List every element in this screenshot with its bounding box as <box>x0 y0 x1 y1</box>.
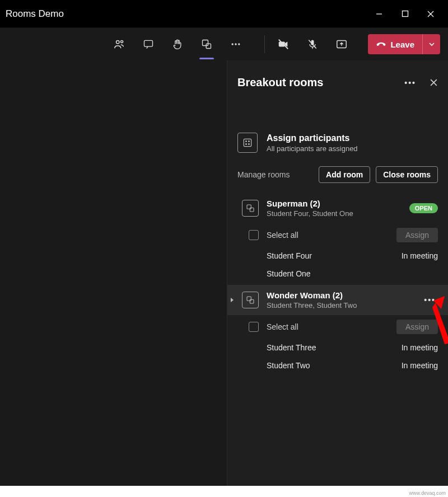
panel-header-actions: ••• <box>402 78 438 87</box>
window-title: Rooms Demo <box>1 8 64 20</box>
room-header[interactable]: Wonder Woman (2) Student Three, Student … <box>227 285 448 315</box>
watermark: www.devaq.com <box>409 490 446 496</box>
select-all-label: Select all <box>267 231 389 240</box>
share-screen-icon[interactable] <box>335 38 348 50</box>
member-status: In meeting <box>402 361 438 370</box>
add-room-button[interactable]: Add room <box>319 166 370 183</box>
more-actions-icon[interactable] <box>230 38 242 50</box>
svg-point-10 <box>235 43 237 45</box>
room-header[interactable]: Superman (2) Student Four, Student One O… <box>227 193 448 223</box>
assign-title: Assign participants <box>267 133 358 143</box>
chat-icon[interactable] <box>142 38 155 50</box>
select-all-checkbox[interactable] <box>249 230 259 240</box>
room-icon <box>242 292 259 308</box>
meeting-toolbar: Leave <box>0 28 448 60</box>
room-icon <box>242 200 259 217</box>
panel-header: Breakout rooms ••• <box>227 60 448 99</box>
manage-rooms-row: Manage rooms Add room Close rooms <box>227 164 448 193</box>
assign-subtitle: All participants are assigned <box>267 144 358 153</box>
breakout-rooms-panel: Breakout rooms ••• Assign participants A… <box>227 60 448 486</box>
room-titles: Superman (2) Student Four, Student One <box>267 199 402 218</box>
room-status-badge: OPEN <box>409 203 438 213</box>
member-name: Student Four <box>267 251 312 260</box>
svg-rect-20 <box>244 139 251 146</box>
panel-title: Breakout rooms <box>237 76 323 89</box>
camera-off-icon[interactable] <box>277 38 290 50</box>
svg-point-11 <box>239 43 240 45</box>
leave-button-main[interactable]: Leave <box>368 34 422 54</box>
svg-point-23 <box>246 144 247 145</box>
room-subtitle: Student Three, Student Two <box>267 301 414 310</box>
toolbar-divider <box>264 35 265 53</box>
people-icon[interactable] <box>113 38 125 50</box>
raise-hand-icon[interactable] <box>171 38 184 50</box>
leave-button[interactable]: Leave <box>368 34 440 54</box>
svg-point-5 <box>121 40 123 43</box>
member-name: Student One <box>267 269 311 278</box>
member-name: Student Three <box>267 343 316 352</box>
svg-rect-27 <box>247 297 251 301</box>
toolbar-left-group <box>113 38 252 50</box>
chevron-down-icon <box>428 41 435 48</box>
svg-rect-6 <box>144 40 153 46</box>
close-rooms-button[interactable]: Close rooms <box>376 166 438 183</box>
window-controls <box>374 9 448 19</box>
member-name: Student Two <box>267 361 310 370</box>
room-item: Wonder Woman (2) Student Three, Student … <box>227 285 448 377</box>
room-name: Superman (2) <box>267 199 402 208</box>
svg-rect-1 <box>402 11 408 17</box>
panel-more-icon[interactable]: ••• <box>402 78 418 87</box>
room-more-icon[interactable]: ••• <box>422 296 438 304</box>
room-member-row[interactable]: Student One <box>227 265 448 283</box>
svg-rect-28 <box>250 299 254 303</box>
svg-rect-26 <box>250 208 254 212</box>
room-subtitle: Student Four, Student One <box>267 209 402 218</box>
svg-rect-8 <box>207 44 211 48</box>
maximize-button[interactable] <box>400 9 410 19</box>
assign-text-group: Assign participants All participants are… <box>267 133 358 153</box>
room-member-row[interactable]: Student Four In meeting <box>227 247 448 265</box>
select-all-row: Select all Assign <box>227 223 448 247</box>
room-titles: Wonder Woman (2) Student Three, Student … <box>267 290 414 310</box>
assign-participants-card[interactable]: Assign participants All participants are… <box>237 133 438 153</box>
room-member-row[interactable]: Student Three In meeting <box>227 339 448 357</box>
room-buttons-group: Add room Close rooms <box>319 166 438 183</box>
assign-participants-icon <box>237 133 258 153</box>
panel-close-icon[interactable] <box>430 78 438 87</box>
minimize-button[interactable] <box>374 9 384 19</box>
titlebar: Rooms Demo <box>0 0 448 28</box>
room-item: Superman (2) Student Four, Student One O… <box>227 193 448 285</box>
assign-button[interactable]: Assign <box>396 320 438 334</box>
breakout-rooms-icon[interactable] <box>200 38 213 50</box>
expand-caret-icon <box>231 298 234 302</box>
toolbar-right-group <box>277 38 358 50</box>
leave-label: Leave <box>390 40 414 49</box>
app-window: Rooms Demo <box>0 0 448 486</box>
meeting-stage <box>0 60 227 486</box>
svg-rect-25 <box>247 205 251 209</box>
svg-point-24 <box>249 144 250 145</box>
svg-point-22 <box>249 141 250 142</box>
svg-rect-7 <box>203 40 208 46</box>
select-all-row: Select all Assign <box>227 315 448 339</box>
select-all-label: Select all <box>267 322 389 331</box>
member-status: In meeting <box>402 251 438 260</box>
svg-point-21 <box>246 141 247 142</box>
hangup-icon <box>376 39 386 49</box>
leave-dropdown-button[interactable] <box>422 34 440 54</box>
select-all-checkbox[interactable] <box>249 322 259 332</box>
member-status: In meeting <box>402 343 438 352</box>
mic-off-icon[interactable] <box>306 38 319 50</box>
room-name: Wonder Woman (2) <box>267 290 414 300</box>
svg-point-9 <box>232 43 234 45</box>
svg-point-4 <box>116 41 120 44</box>
room-member-row[interactable]: Student Two In meeting <box>227 357 448 374</box>
content-body: Breakout rooms ••• Assign participants A… <box>0 60 448 486</box>
assign-button[interactable]: Assign <box>396 228 438 242</box>
close-window-button[interactable] <box>426 9 436 19</box>
manage-rooms-label: Manage rooms <box>237 170 290 179</box>
